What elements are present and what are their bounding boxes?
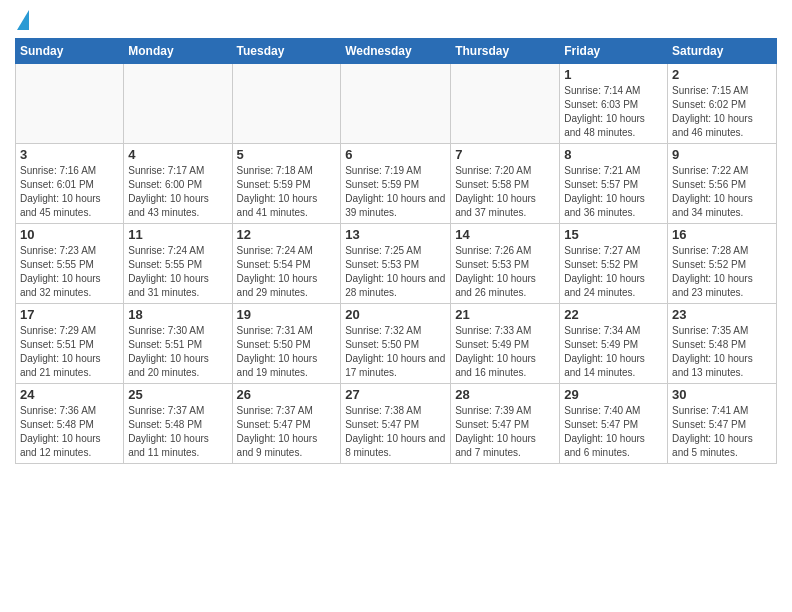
calendar-cell: 9Sunrise: 7:22 AMSunset: 5:56 PMDaylight… [668, 144, 777, 224]
calendar-header-row: SundayMondayTuesdayWednesdayThursdayFrid… [16, 39, 777, 64]
day-number: 17 [20, 307, 119, 322]
day-number: 24 [20, 387, 119, 402]
day-info: Sunrise: 7:36 AMSunset: 5:48 PMDaylight:… [20, 404, 119, 460]
day-info: Sunrise: 7:39 AMSunset: 5:47 PMDaylight:… [455, 404, 555, 460]
day-info: Sunrise: 7:25 AMSunset: 5:53 PMDaylight:… [345, 244, 446, 300]
day-info: Sunrise: 7:33 AMSunset: 5:49 PMDaylight:… [455, 324, 555, 380]
day-info: Sunrise: 7:18 AMSunset: 5:59 PMDaylight:… [237, 164, 337, 220]
calendar-cell: 7Sunrise: 7:20 AMSunset: 5:58 PMDaylight… [451, 144, 560, 224]
day-number: 7 [455, 147, 555, 162]
logo-triangle-icon [17, 10, 29, 30]
day-info: Sunrise: 7:24 AMSunset: 5:55 PMDaylight:… [128, 244, 227, 300]
day-info: Sunrise: 7:29 AMSunset: 5:51 PMDaylight:… [20, 324, 119, 380]
calendar-cell: 17Sunrise: 7:29 AMSunset: 5:51 PMDayligh… [16, 304, 124, 384]
calendar-cell: 2Sunrise: 7:15 AMSunset: 6:02 PMDaylight… [668, 64, 777, 144]
day-info: Sunrise: 7:21 AMSunset: 5:57 PMDaylight:… [564, 164, 663, 220]
calendar-week-5: 24Sunrise: 7:36 AMSunset: 5:48 PMDayligh… [16, 384, 777, 464]
day-number: 10 [20, 227, 119, 242]
day-info: Sunrise: 7:19 AMSunset: 5:59 PMDaylight:… [345, 164, 446, 220]
day-number: 30 [672, 387, 772, 402]
calendar-cell: 15Sunrise: 7:27 AMSunset: 5:52 PMDayligh… [560, 224, 668, 304]
calendar-cell: 12Sunrise: 7:24 AMSunset: 5:54 PMDayligh… [232, 224, 341, 304]
day-number: 29 [564, 387, 663, 402]
calendar-header-friday: Friday [560, 39, 668, 64]
day-info: Sunrise: 7:37 AMSunset: 5:48 PMDaylight:… [128, 404, 227, 460]
calendar-week-3: 10Sunrise: 7:23 AMSunset: 5:55 PMDayligh… [16, 224, 777, 304]
day-info: Sunrise: 7:22 AMSunset: 5:56 PMDaylight:… [672, 164, 772, 220]
calendar-cell: 25Sunrise: 7:37 AMSunset: 5:48 PMDayligh… [124, 384, 232, 464]
day-number: 11 [128, 227, 227, 242]
day-number: 3 [20, 147, 119, 162]
day-info: Sunrise: 7:27 AMSunset: 5:52 PMDaylight:… [564, 244, 663, 300]
calendar-week-2: 3Sunrise: 7:16 AMSunset: 6:01 PMDaylight… [16, 144, 777, 224]
calendar-cell: 30Sunrise: 7:41 AMSunset: 5:47 PMDayligh… [668, 384, 777, 464]
calendar-cell: 8Sunrise: 7:21 AMSunset: 5:57 PMDaylight… [560, 144, 668, 224]
calendar-header-monday: Monday [124, 39, 232, 64]
calendar-cell: 29Sunrise: 7:40 AMSunset: 5:47 PMDayligh… [560, 384, 668, 464]
day-number: 2 [672, 67, 772, 82]
day-info: Sunrise: 7:37 AMSunset: 5:47 PMDaylight:… [237, 404, 337, 460]
calendar-cell: 18Sunrise: 7:30 AMSunset: 5:51 PMDayligh… [124, 304, 232, 384]
day-number: 12 [237, 227, 337, 242]
logo [15, 10, 29, 30]
calendar-cell: 24Sunrise: 7:36 AMSunset: 5:48 PMDayligh… [16, 384, 124, 464]
calendar-cell: 10Sunrise: 7:23 AMSunset: 5:55 PMDayligh… [16, 224, 124, 304]
calendar-cell: 5Sunrise: 7:18 AMSunset: 5:59 PMDaylight… [232, 144, 341, 224]
day-number: 19 [237, 307, 337, 322]
day-info: Sunrise: 7:24 AMSunset: 5:54 PMDaylight:… [237, 244, 337, 300]
calendar-cell: 4Sunrise: 7:17 AMSunset: 6:00 PMDaylight… [124, 144, 232, 224]
day-number: 1 [564, 67, 663, 82]
day-number: 18 [128, 307, 227, 322]
calendar-header-sunday: Sunday [16, 39, 124, 64]
calendar-body: 1Sunrise: 7:14 AMSunset: 6:03 PMDaylight… [16, 64, 777, 464]
calendar-cell: 21Sunrise: 7:33 AMSunset: 5:49 PMDayligh… [451, 304, 560, 384]
page-header [15, 10, 777, 30]
calendar-cell: 23Sunrise: 7:35 AMSunset: 5:48 PMDayligh… [668, 304, 777, 384]
day-number: 21 [455, 307, 555, 322]
calendar-cell: 11Sunrise: 7:24 AMSunset: 5:55 PMDayligh… [124, 224, 232, 304]
day-info: Sunrise: 7:38 AMSunset: 5:47 PMDaylight:… [345, 404, 446, 460]
day-info: Sunrise: 7:14 AMSunset: 6:03 PMDaylight:… [564, 84, 663, 140]
day-info: Sunrise: 7:20 AMSunset: 5:58 PMDaylight:… [455, 164, 555, 220]
day-info: Sunrise: 7:15 AMSunset: 6:02 PMDaylight:… [672, 84, 772, 140]
day-info: Sunrise: 7:30 AMSunset: 5:51 PMDaylight:… [128, 324, 227, 380]
day-number: 13 [345, 227, 446, 242]
calendar-cell: 16Sunrise: 7:28 AMSunset: 5:52 PMDayligh… [668, 224, 777, 304]
day-info: Sunrise: 7:32 AMSunset: 5:50 PMDaylight:… [345, 324, 446, 380]
calendar-cell: 28Sunrise: 7:39 AMSunset: 5:47 PMDayligh… [451, 384, 560, 464]
calendar-cell [16, 64, 124, 144]
calendar-cell [341, 64, 451, 144]
calendar-cell: 20Sunrise: 7:32 AMSunset: 5:50 PMDayligh… [341, 304, 451, 384]
day-info: Sunrise: 7:26 AMSunset: 5:53 PMDaylight:… [455, 244, 555, 300]
calendar-table: SundayMondayTuesdayWednesdayThursdayFrid… [15, 38, 777, 464]
calendar-week-1: 1Sunrise: 7:14 AMSunset: 6:03 PMDaylight… [16, 64, 777, 144]
calendar-header-tuesday: Tuesday [232, 39, 341, 64]
calendar-cell: 26Sunrise: 7:37 AMSunset: 5:47 PMDayligh… [232, 384, 341, 464]
day-info: Sunrise: 7:17 AMSunset: 6:00 PMDaylight:… [128, 164, 227, 220]
day-info: Sunrise: 7:41 AMSunset: 5:47 PMDaylight:… [672, 404, 772, 460]
day-number: 20 [345, 307, 446, 322]
calendar-header-wednesday: Wednesday [341, 39, 451, 64]
day-info: Sunrise: 7:35 AMSunset: 5:48 PMDaylight:… [672, 324, 772, 380]
day-number: 4 [128, 147, 227, 162]
calendar-cell: 14Sunrise: 7:26 AMSunset: 5:53 PMDayligh… [451, 224, 560, 304]
day-number: 27 [345, 387, 446, 402]
day-number: 26 [237, 387, 337, 402]
day-info: Sunrise: 7:40 AMSunset: 5:47 PMDaylight:… [564, 404, 663, 460]
calendar-week-4: 17Sunrise: 7:29 AMSunset: 5:51 PMDayligh… [16, 304, 777, 384]
calendar-cell: 19Sunrise: 7:31 AMSunset: 5:50 PMDayligh… [232, 304, 341, 384]
calendar-header-saturday: Saturday [668, 39, 777, 64]
day-number: 14 [455, 227, 555, 242]
day-number: 6 [345, 147, 446, 162]
day-number: 23 [672, 307, 772, 322]
day-number: 8 [564, 147, 663, 162]
calendar-cell: 1Sunrise: 7:14 AMSunset: 6:03 PMDaylight… [560, 64, 668, 144]
day-info: Sunrise: 7:16 AMSunset: 6:01 PMDaylight:… [20, 164, 119, 220]
calendar-cell: 22Sunrise: 7:34 AMSunset: 5:49 PMDayligh… [560, 304, 668, 384]
calendar-cell [451, 64, 560, 144]
day-number: 28 [455, 387, 555, 402]
day-number: 9 [672, 147, 772, 162]
day-info: Sunrise: 7:23 AMSunset: 5:55 PMDaylight:… [20, 244, 119, 300]
calendar-cell: 27Sunrise: 7:38 AMSunset: 5:47 PMDayligh… [341, 384, 451, 464]
calendar-cell: 6Sunrise: 7:19 AMSunset: 5:59 PMDaylight… [341, 144, 451, 224]
